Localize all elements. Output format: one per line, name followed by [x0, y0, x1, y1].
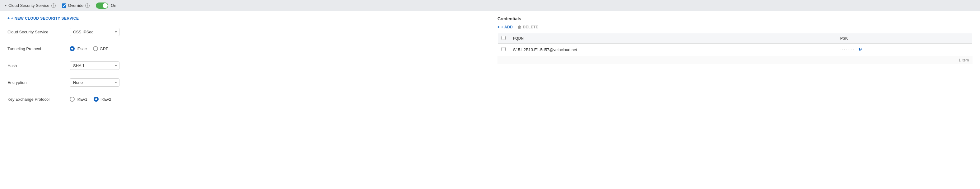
psk-column-header: PSK — [837, 34, 972, 44]
toggle-section: On — [96, 3, 116, 9]
tunneling-protocol-control: IPsec GRE — [70, 46, 482, 51]
cloud-security-service-control: CSS IPSec CSS GRE — [70, 28, 482, 36]
key-exchange-control: IKEv1 IKEv2 — [70, 97, 482, 102]
psk-value-container: ········ 👁 — [840, 47, 969, 53]
table-header-row: FQDN PSK — [498, 34, 972, 44]
ikev1-radio-option[interactable]: IKEv1 — [70, 97, 88, 102]
psk-dots: ········ — [840, 47, 855, 52]
top-bar-title-text: Cloud Security Service — [8, 3, 49, 8]
credentials-table: FQDN PSK S15.L2B13.E1.5d57@velocloud.net — [498, 33, 972, 56]
table-footer: 1 item — [498, 56, 972, 64]
toggle-label: On — [111, 3, 116, 8]
new-service-label: + NEW CLOUD SECURITY SERVICE — [11, 16, 79, 21]
table-row: S15.L2B13.E1.5d57@velocloud.net ········… — [498, 44, 972, 56]
gre-radio-indicator — [93, 46, 98, 51]
key-exchange-label: Key Exchange Protocol — [8, 97, 70, 102]
ikev2-radio-label: IKEv2 — [100, 97, 111, 102]
main-content: + + NEW CLOUD SECURITY SERVICE Cloud Sec… — [0, 11, 980, 189]
add-icon: + — [498, 25, 500, 29]
hash-control: SHA 1 SHA 256 MD5 — [70, 61, 482, 70]
override-section: Override i — [62, 3, 90, 8]
table-header: FQDN PSK — [498, 34, 972, 44]
tunneling-protocol-label: Tunneling Protocol — [8, 46, 70, 51]
collapse-icon[interactable]: ▾ — [5, 4, 6, 7]
encryption-row: Encryption None AES 128 AES 256 — [8, 77, 482, 87]
left-panel: + + NEW CLOUD SECURITY SERVICE Cloud Sec… — [0, 11, 490, 189]
encryption-select-wrapper: None AES 128 AES 256 — [70, 78, 119, 87]
gre-radio-option[interactable]: GRE — [93, 46, 108, 51]
on-off-toggle[interactable] — [96, 3, 108, 9]
title-info-icon[interactable]: i — [51, 3, 56, 8]
hash-select[interactable]: SHA 1 SHA 256 MD5 — [70, 61, 119, 70]
table-body: S15.L2B13.E1.5d57@velocloud.net ········… — [498, 44, 972, 56]
fqdn-cell: S15.L2B13.E1.5d57@velocloud.net — [509, 44, 837, 56]
hash-row: Hash SHA 1 SHA 256 MD5 — [8, 61, 482, 70]
encryption-control: None AES 128 AES 256 — [70, 78, 482, 87]
new-cloud-security-service-button[interactable]: + + NEW CLOUD SECURITY SERVICE — [8, 16, 79, 21]
add-label: + ADD — [501, 25, 513, 29]
css-select[interactable]: CSS IPSec CSS GRE — [70, 28, 119, 36]
delete-label: DELETE — [523, 25, 539, 29]
tunneling-protocol-row: Tunneling Protocol IPsec GRE — [8, 44, 482, 54]
cloud-security-service-row: Cloud Security Service CSS IPSec CSS GRE — [8, 27, 482, 37]
ipsec-radio-label: IPsec — [76, 46, 87, 51]
css-select-wrapper: CSS IPSec CSS GRE — [70, 28, 119, 36]
header-checkbox-col — [498, 34, 510, 44]
top-bar: ▾ Cloud Security Service i Override i On — [0, 0, 980, 11]
psk-cell: ········ 👁 — [837, 44, 972, 56]
credentials-actions: + + ADD 🗑 DELETE — [498, 25, 972, 29]
ipsec-radio-option[interactable]: IPsec — [70, 46, 87, 51]
toggle-psk-visibility-icon[interactable]: 👁 — [858, 47, 862, 53]
hash-select-wrapper: SHA 1 SHA 256 MD5 — [70, 61, 119, 70]
override-info-icon[interactable]: i — [85, 3, 90, 8]
add-credential-button[interactable]: + + ADD — [498, 25, 513, 29]
row-checkbox[interactable] — [501, 47, 506, 51]
ikev2-radio-indicator — [94, 97, 99, 102]
fqdn-column-header: FQDN — [509, 34, 837, 44]
cloud-security-service-label: Cloud Security Service — [8, 30, 70, 34]
ikev2-radio-option[interactable]: IKEv2 — [94, 97, 111, 102]
delete-credential-button[interactable]: 🗑 DELETE — [518, 25, 538, 29]
ipsec-radio-indicator — [70, 46, 75, 51]
gre-radio-label: GRE — [100, 46, 108, 51]
new-service-plus-icon: + — [8, 16, 10, 21]
ikev1-radio-indicator — [70, 97, 75, 102]
override-checkbox[interactable] — [62, 3, 66, 8]
key-exchange-protocol-row: Key Exchange Protocol IKEv1 IKEv2 — [8, 94, 482, 104]
ikev1-radio-label: IKEv1 — [76, 97, 88, 102]
override-label: Override — [68, 3, 84, 8]
hash-label: Hash — [8, 63, 70, 68]
row-checkbox-cell — [498, 44, 510, 56]
encryption-select[interactable]: None AES 128 AES 256 — [70, 78, 119, 87]
trash-icon: 🗑 — [518, 25, 522, 29]
encryption-label: Encryption — [8, 80, 70, 85]
right-panel: Credentials + + ADD 🗑 DELETE FQDN — [490, 11, 980, 189]
select-all-checkbox[interactable] — [501, 36, 506, 40]
credentials-title: Credentials — [498, 16, 972, 21]
top-bar-title-section: ▾ Cloud Security Service i — [5, 3, 56, 8]
